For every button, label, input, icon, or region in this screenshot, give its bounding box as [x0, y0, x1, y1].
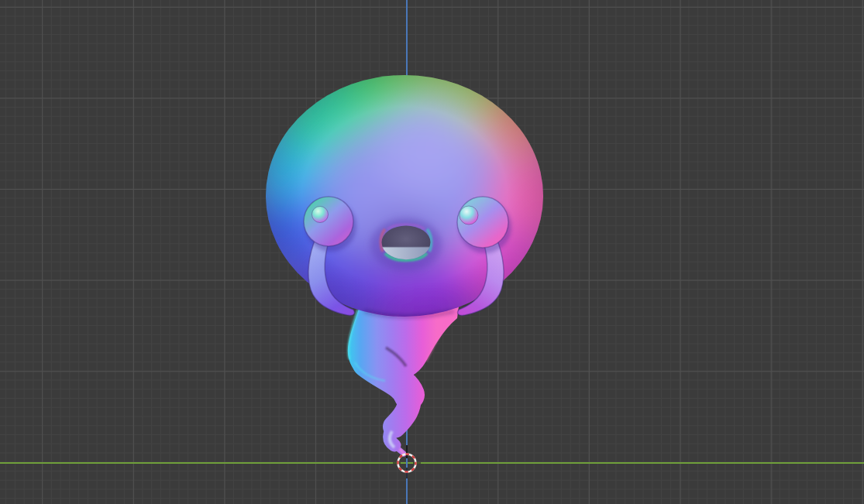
left-pupil: [312, 207, 329, 223]
tail[interactable]: [348, 307, 459, 454]
right-pupil: [460, 206, 478, 225]
screenshot-root: [0, 0, 864, 504]
scene-overlay: [0, 0, 864, 504]
ghost-model[interactable]: [232, 5, 595, 454]
mouth[interactable]: [370, 218, 442, 271]
left-eye[interactable]: [304, 197, 353, 246]
